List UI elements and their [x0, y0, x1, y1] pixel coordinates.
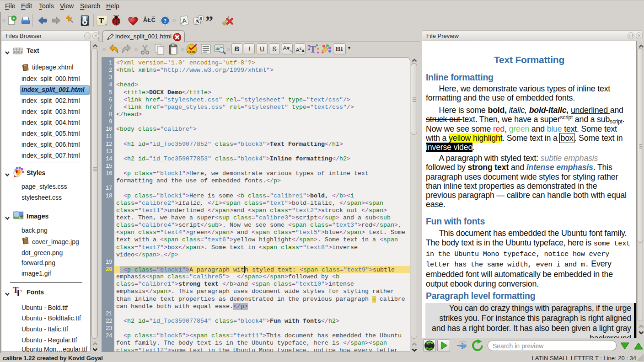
svg-text:T: T — [310, 43, 317, 55]
svg-text:1: 1 — [105, 22, 107, 25]
svg-text:HTML: HTML — [187, 50, 196, 53]
svg-text:?: ? — [164, 18, 166, 24]
svg-text:T: T — [99, 16, 104, 25]
